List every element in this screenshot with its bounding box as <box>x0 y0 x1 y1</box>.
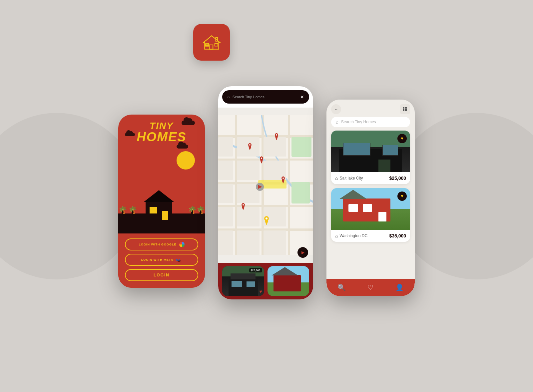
illustration: TINY HOMES 🌴 <box>118 115 205 233</box>
svg-point-42 <box>243 204 244 205</box>
listing-1-info: ⌂ Salt lake City $25,000 <box>331 172 410 184</box>
svg-rect-11 <box>218 205 313 207</box>
map-search-inner: ⌂ Search Tiny Homes <box>227 94 300 99</box>
bottom-navigation: 🔍 ♡ 👤 <box>326 279 415 296</box>
svg-rect-26 <box>218 161 233 180</box>
palm-1: 🌴 <box>122 209 124 221</box>
house-icon-svg <box>201 33 223 52</box>
profile-nav-icon[interactable]: 👤 <box>395 283 404 291</box>
home-icon: ⌂ <box>227 94 230 99</box>
svg-rect-23 <box>264 137 286 157</box>
svg-point-40 <box>282 178 284 179</box>
phone-login: TINY HOMES 🌴 <box>118 115 205 288</box>
listing-card-1[interactable]: ♥ ⌂ Salt lake City $25,000 <box>331 131 410 184</box>
listings-container: ♥ ⌂ Salt lake City $25,000 <box>326 131 415 279</box>
svg-rect-30 <box>237 230 260 255</box>
svg-point-36 <box>261 158 262 159</box>
meta-icon: ∞ <box>176 258 182 261</box>
cloud-3 <box>177 145 188 149</box>
app-title: TINY HOMES <box>118 121 205 143</box>
svg-rect-13 <box>235 115 237 255</box>
listing-card-2[interactable]: ♥ ⌂ Washington DC $35,000 <box>331 188 410 242</box>
svg-rect-50 <box>405 109 407 111</box>
close-button[interactable]: ✕ <box>300 94 304 100</box>
listing-2-info: ⌂ Washington DC $35,000 <box>331 230 410 242</box>
map-card-1[interactable]: $25,000 ♥ <box>222 266 264 296</box>
search-icon: ⌂ <box>336 120 338 125</box>
login-buttons-area: LOGIN WITH GOOGLE LOGIN WITH META ∞ LOGI… <box>118 233 205 288</box>
house-illustration <box>146 202 172 220</box>
map-svg: ▶ <box>218 108 313 263</box>
svg-rect-47 <box>403 107 404 109</box>
listing-2-price: $35,000 <box>389 233 406 238</box>
app-icon-wrapper <box>193 24 230 61</box>
compass-button[interactable]: ▶ <box>297 247 308 258</box>
listing-1-heart[interactable]: ♥ <box>397 134 407 143</box>
listings-search-placeholder: Search Tiny Homes <box>341 120 376 124</box>
listing-2-location: ⌂ Washington DC <box>335 233 367 238</box>
grid-icon <box>403 107 407 112</box>
palm-2: 🌴 <box>132 209 134 221</box>
canvas: TINY HOMES 🌴 <box>0 0 533 392</box>
svg-rect-22 <box>237 207 260 226</box>
house-roof <box>144 190 174 202</box>
svg-rect-16 <box>291 137 311 157</box>
phone-map: ⌂ Search Tiny Homes ✕ <box>218 86 313 299</box>
palm-top: 🌴 <box>188 206 197 214</box>
listing-1-price: $25,000 <box>389 176 406 181</box>
google-icon <box>179 242 185 247</box>
home-icon: ⌂ <box>335 233 338 238</box>
search-nav-icon[interactable]: 🔍 <box>337 283 346 291</box>
svg-rect-29 <box>218 230 233 255</box>
title-homes: HOMES <box>118 131 205 143</box>
listing-2-image: ♥ <box>331 188 410 230</box>
palm-top: 🌴 <box>196 206 205 214</box>
map-card-1-price: $25,000 <box>249 268 262 272</box>
house-window <box>150 207 157 213</box>
login-google-label: LOGIN WITH GOOGLE <box>139 243 177 246</box>
svg-rect-25 <box>218 137 233 157</box>
login-meta-button[interactable]: LOGIN WITH META ∞ <box>125 254 198 266</box>
listings-search-bar[interactable]: ⌂ Search Tiny Homes <box>331 117 410 127</box>
sun <box>177 151 195 170</box>
svg-point-44 <box>266 217 267 219</box>
map-card-2[interactable] <box>267 266 309 296</box>
svg-point-34 <box>276 134 277 136</box>
listing-1-location: ⌂ Salt lake City <box>335 176 363 181</box>
palm-3: 🌴 <box>200 209 202 221</box>
map-search-bar[interactable]: ⌂ Search Tiny Homes ✕ <box>222 90 309 104</box>
back-button[interactable]: ← <box>331 104 341 114</box>
listing-1-image: ♥ <box>331 131 410 172</box>
svg-rect-27 <box>218 184 233 203</box>
listing-2-heart[interactable]: ♥ <box>397 192 407 201</box>
svg-rect-49 <box>403 109 404 111</box>
svg-rect-32 <box>264 230 286 255</box>
svg-rect-20 <box>237 161 260 180</box>
palm-top: 🌴 <box>128 206 137 214</box>
phone-listings: ← ⌂ Search Tiny Homes <box>326 100 415 296</box>
login-button[interactable]: LOGIN <box>125 269 198 281</box>
app-icon[interactable] <box>193 24 230 61</box>
svg-rect-28 <box>218 207 233 226</box>
listings-header: ← <box>326 100 415 117</box>
house-body <box>146 202 172 220</box>
login-google-button[interactable]: LOGIN WITH GOOGLE <box>125 238 198 250</box>
login-label: LOGIN <box>154 273 170 277</box>
map-bottom-cards: $25,000 ♥ <box>218 263 313 299</box>
svg-point-38 <box>249 144 251 146</box>
svg-rect-48 <box>405 107 407 109</box>
svg-rect-17 <box>291 182 310 203</box>
title-tiny: TINY <box>118 121 205 131</box>
svg-rect-19 <box>237 137 260 157</box>
map-card-1-heart[interactable]: ♥ <box>259 289 262 294</box>
svg-rect-0 <box>209 45 213 49</box>
palm-top: 🌴 <box>118 206 127 214</box>
svg-rect-2 <box>215 43 218 46</box>
house-door <box>162 211 168 220</box>
grid-view-button[interactable] <box>400 104 410 114</box>
home-icon: ⌂ <box>335 176 338 181</box>
map-area: ▶ ▶ <box>218 108 313 263</box>
svg-text:▶: ▶ <box>258 184 262 189</box>
favorites-nav-icon[interactable]: ♡ <box>367 283 373 291</box>
palm-4: 🌴 <box>191 209 193 221</box>
